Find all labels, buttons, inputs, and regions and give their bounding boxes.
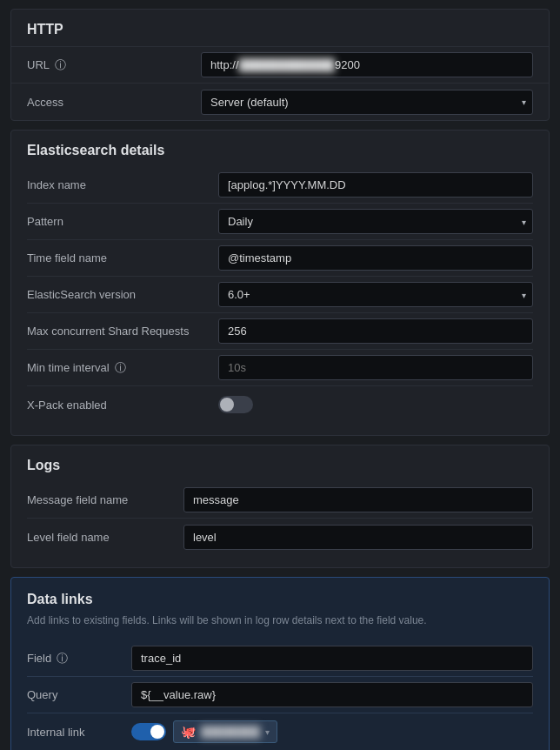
- message-field-row: Message field name: [27, 482, 533, 519]
- time-field-value-container: [218, 245, 533, 271]
- datalinks-query-input[interactable]: [131, 682, 533, 707]
- es-version-select-wrapper: 2.x 5.x 5.6+ 6.0+ 7.0+ ▾: [218, 282, 533, 307]
- url-label: URL ⓘ: [27, 57, 201, 73]
- datasource-name-blurred: ████████: [201, 726, 260, 738]
- url-row: URL ⓘ http://████████████9200: [11, 47, 549, 84]
- pattern-label: Pattern: [27, 215, 218, 228]
- xpack-value-container: [218, 396, 533, 413]
- datasource-icon: 🐙: [181, 725, 196, 739]
- message-field-value-container: [183, 487, 533, 512]
- url-prefix: http://: [210, 58, 239, 71]
- datasource-badge[interactable]: 🐙 ████████ ▾: [173, 720, 277, 743]
- url-display: http://████████████9200: [201, 52, 533, 77]
- pattern-row: Pattern No pattern Hourly Daily Weekly M…: [27, 204, 533, 240]
- datalinks-internal-link-value-container: 🐙 ████████ ▾: [131, 720, 533, 743]
- url-host-blurred: ████████████: [239, 58, 336, 71]
- min-interval-value-container: [218, 355, 533, 380]
- datalinks-field-value-container: [131, 646, 533, 671]
- datalinks-title: Data links: [27, 592, 533, 607]
- message-field-label: Message field name: [27, 493, 183, 506]
- pattern-value-container: No pattern Hourly Daily Weekly Monthly Y…: [218, 209, 533, 234]
- es-version-select[interactable]: 2.x 5.x 5.6+ 6.0+ 7.0+: [218, 282, 533, 307]
- datalinks-field-input[interactable]: [131, 646, 533, 671]
- level-field-row: Level field name: [27, 519, 533, 555]
- datasource-chevron-icon: ▾: [265, 727, 270, 737]
- time-field-input[interactable]: [218, 245, 533, 271]
- access-label: Access: [27, 96, 201, 109]
- http-title: HTTP: [11, 10, 549, 47]
- level-field-value-container: [183, 525, 533, 550]
- logs-title: Logs: [11, 445, 549, 482]
- min-interval-row: Min time interval ⓘ: [27, 350, 533, 386]
- index-name-label: Index name: [27, 178, 218, 191]
- index-name-value-container: [218, 172, 533, 198]
- elasticsearch-section: Elasticsearch details Index name Pattern…: [10, 130, 550, 436]
- datalinks-field-label: Field ⓘ: [27, 651, 131, 666]
- min-interval-info-icon[interactable]: ⓘ: [115, 360, 126, 376]
- es-version-value-container: 2.x 5.x 5.6+ 6.0+ 7.0+ ▾: [218, 282, 533, 307]
- datalinks-internal-link-label: Internal link: [27, 726, 131, 739]
- datalinks-field-info-icon[interactable]: ⓘ: [57, 651, 68, 666]
- max-shard-row: Max concurrent Shard Requests: [27, 313, 533, 350]
- http-section: HTTP URL ⓘ http://████████████9200 Acces…: [10, 9, 550, 121]
- datalinks-description: Add links to existing fields. Links will…: [27, 613, 533, 628]
- datalinks-query-value-container: [131, 682, 533, 707]
- datalinks-internal-link-row: Internal link 🐙 ████████ ▾: [27, 713, 533, 750]
- time-field-label: Time field name: [27, 251, 218, 265]
- max-shard-input[interactable]: [218, 318, 533, 344]
- internal-link-toggle-thumb: [150, 725, 164, 739]
- internal-link-toggle-track: [131, 723, 166, 740]
- level-field-input[interactable]: [183, 525, 533, 550]
- es-version-row: ElasticSearch version 2.x 5.x 5.6+ 6.0+ …: [27, 277, 533, 313]
- level-field-label: Level field name: [27, 531, 183, 544]
- elasticsearch-form: Index name Pattern No pattern Hourly Dai…: [11, 167, 549, 435]
- index-name-input[interactable]: [218, 172, 533, 198]
- datalinks-query-label: Query: [27, 688, 131, 701]
- logs-form: Message field name Level field name: [11, 482, 549, 567]
- time-field-row: Time field name: [27, 240, 533, 277]
- xpack-label: X-Pack enabled: [27, 398, 218, 412]
- xpack-toggle[interactable]: [218, 396, 253, 413]
- internal-link-toggle[interactable]: [131, 723, 166, 740]
- internal-link-controls: 🐙 ████████ ▾: [131, 720, 533, 743]
- max-shard-label: Max concurrent Shard Requests: [27, 325, 218, 338]
- xpack-row: X-Pack enabled: [27, 386, 533, 423]
- access-select-wrapper: Server (default) Browser (direct) ▾: [201, 90, 533, 115]
- url-suffix: 9200: [335, 58, 360, 71]
- pattern-select[interactable]: No pattern Hourly Daily Weekly Monthly Y…: [218, 209, 533, 234]
- datalinks-field-row: Field ⓘ: [27, 640, 533, 677]
- xpack-toggle-thumb: [220, 398, 234, 412]
- pattern-select-wrapper: No pattern Hourly Daily Weekly Monthly Y…: [218, 209, 533, 234]
- min-interval-label: Min time interval ⓘ: [27, 360, 218, 376]
- access-select[interactable]: Server (default) Browser (direct): [201, 90, 533, 115]
- es-version-label: ElasticSearch version: [27, 288, 218, 301]
- access-value-container: Server (default) Browser (direct) ▾: [201, 90, 533, 115]
- message-field-input[interactable]: [183, 487, 533, 512]
- url-value-container: http://████████████9200: [201, 52, 533, 77]
- min-interval-input[interactable]: [218, 355, 533, 380]
- index-name-row: Index name: [27, 167, 533, 204]
- datalinks-section: Data links Add links to existing fields.…: [10, 577, 550, 750]
- logs-section: Logs Message field name Level field name: [10, 445, 550, 568]
- xpack-toggle-track: [218, 396, 253, 413]
- max-shard-value-container: [218, 318, 533, 344]
- elasticsearch-title: Elasticsearch details: [11, 131, 549, 167]
- access-row: Access Server (default) Browser (direct)…: [11, 84, 549, 120]
- datalinks-query-row: Query: [27, 677, 533, 713]
- url-info-icon[interactable]: ⓘ: [55, 57, 66, 73]
